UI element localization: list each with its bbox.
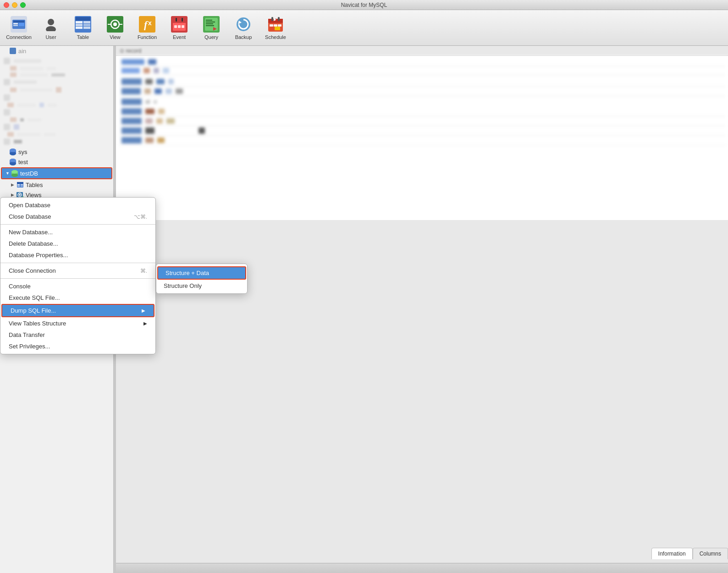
context-menu: Open Database Close Database ⌥⌘. New Dat… [0, 197, 156, 354]
backup-toolbar-btn[interactable]: Backup [228, 12, 259, 44]
menu-new-database[interactable]: New Database... [0, 226, 155, 238]
svg-text:x: x [148, 19, 152, 27]
svg-point-58 [10, 159, 16, 162]
menu-sep-3 [0, 278, 155, 279]
sidebar-item-shared[interactable]: ain [0, 46, 113, 56]
svg-rect-2 [13, 21, 24, 22]
query-label: Query [204, 34, 218, 40]
table-label: Table [77, 34, 89, 40]
svg-rect-15 [83, 27, 90, 29]
view-label: View [110, 34, 121, 40]
submenu: Structure + Data Structure Only [156, 264, 248, 294]
minimize-button[interactable] [12, 2, 17, 8]
table-content: ⊙ record [116, 46, 728, 220]
schedule-icon: ▶ [267, 16, 284, 33]
titlebar: Navicat for MySQL [0, 0, 728, 10]
svg-point-18 [113, 22, 117, 26]
svg-rect-12 [76, 24, 83, 26]
sidebar-item-sys[interactable]: sys [0, 147, 113, 157]
svg-rect-28 [182, 18, 183, 22]
function-label: Function [138, 34, 157, 40]
menu-dump-sql[interactable]: Dump SQL File... ▶ [1, 304, 154, 317]
menu-sep-2 [0, 263, 155, 263]
submenu-structure-data[interactable]: Structure + Data [157, 266, 246, 280]
function-icon: f x [139, 16, 155, 33]
connection-label: Connection [6, 34, 32, 40]
information-tab[interactable]: Information [651, 548, 693, 559]
user-label: User [45, 34, 56, 40]
svg-rect-11 [83, 21, 90, 23]
svg-rect-50 [10, 48, 16, 54]
svg-point-53 [10, 152, 16, 155]
svg-rect-5 [19, 23, 24, 26]
sidebar-item-test[interactable]: test [0, 157, 113, 167]
svg-rect-10 [76, 21, 83, 23]
view-tables-arrow: ▶ [143, 321, 147, 326]
menu-close-connection[interactable]: Close Connection ⌘. [0, 265, 155, 276]
menu-console[interactable]: Console [0, 281, 155, 292]
shared-label: ain [18, 48, 26, 55]
event-label: Event [173, 34, 186, 40]
user-icon [43, 16, 59, 33]
query-toolbar-btn[interactable]: Query [196, 12, 226, 44]
view-toolbar-btn[interactable]: View [100, 12, 130, 44]
menu-close-database[interactable]: Close Database ⌥⌘. [0, 211, 155, 222]
maximize-button[interactable] [20, 2, 26, 8]
svg-rect-67 [17, 186, 20, 187]
tables-label: Tables [26, 182, 43, 188]
sys-db-icon [9, 148, 17, 155]
svg-point-71 [19, 194, 21, 196]
submenu-structure-only[interactable]: Structure Only [156, 280, 247, 292]
svg-point-57 [10, 162, 16, 165]
query-icon [203, 16, 220, 33]
svg-rect-36 [206, 23, 213, 24]
svg-rect-49 [275, 27, 280, 30]
function-toolbar-btn[interactable]: f x Function [132, 12, 162, 44]
close-button[interactable] [4, 2, 9, 8]
svg-rect-3 [13, 23, 18, 24]
event-toolbar-btn[interactable]: Event [164, 12, 194, 44]
svg-rect-13 [83, 24, 90, 26]
svg-rect-9 [76, 17, 90, 21]
backup-label: Backup [235, 34, 252, 40]
testdb-arrow: ▼ [6, 171, 11, 176]
svg-rect-44 [278, 17, 280, 21]
svg-rect-30 [178, 25, 181, 28]
svg-rect-4 [13, 25, 18, 26]
statusbar [116, 563, 728, 573]
sidebar-item-testdb[interactable]: ▼ testDB [2, 168, 111, 178]
svg-rect-43 [271, 17, 273, 21]
svg-point-62 [11, 170, 18, 174]
dump-sql-arrow: ▶ [142, 308, 145, 313]
user-toolbar-btn[interactable]: User [36, 12, 66, 44]
sidebar-item-tables[interactable]: ▶ Tables [0, 180, 113, 190]
menu-delete-database[interactable]: Delete Database... [0, 238, 155, 249]
menu-view-tables[interactable]: View Tables Structure ▶ [0, 318, 155, 329]
menu-database-properties[interactable]: Database Properties... [0, 249, 155, 261]
tables-icon [17, 181, 24, 188]
menu-execute-sql[interactable]: Execute SQL File... [0, 292, 155, 303]
menu-set-privileges[interactable]: Set Privileges... [0, 341, 155, 352]
menu-open-database[interactable]: Open Database [0, 199, 155, 211]
content-tabs: Information Columns [651, 548, 728, 559]
schedule-label: Schedule [265, 34, 286, 40]
svg-rect-37 [206, 25, 214, 26]
columns-tab[interactable]: Columns [693, 548, 728, 559]
table-icon [75, 16, 91, 33]
testdb-label: testDB [20, 170, 38, 177]
schedule-toolbar-btn[interactable]: ▶ Schedule [260, 12, 291, 44]
connection-icon [11, 16, 27, 33]
svg-rect-68 [21, 186, 23, 187]
shared-icon [9, 47, 17, 55]
svg-rect-29 [174, 25, 177, 28]
connection-toolbar-btn[interactable]: Connection [4, 12, 34, 44]
window-title: Navicat for MySQL [341, 2, 387, 8]
sys-label: sys [18, 149, 28, 155]
svg-point-7 [46, 26, 56, 31]
svg-rect-64 [17, 182, 23, 184]
table-toolbar-btn[interactable]: Table [68, 12, 98, 44]
menu-data-transfer[interactable]: Data Transfer [0, 329, 155, 341]
svg-rect-45 [270, 24, 273, 27]
event-icon [171, 16, 188, 33]
svg-point-61 [11, 173, 18, 177]
